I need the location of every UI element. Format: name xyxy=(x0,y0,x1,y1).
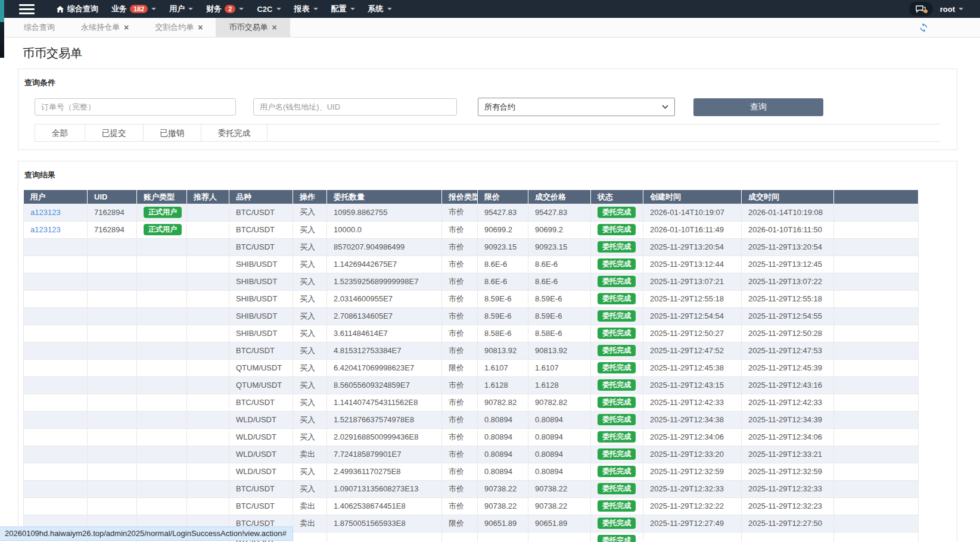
column-header-referrer: 推荐人 xyxy=(187,190,229,204)
status-filter-tab[interactable]: 全部 xyxy=(35,124,85,141)
cell-deal_price: 90738.22 xyxy=(528,480,591,497)
cell-quote_type: 市价 xyxy=(442,463,478,480)
table-row: BTC/USDT买入8570207.904986499市价90923.15909… xyxy=(24,238,919,256)
cell-limit_price: 1.6128 xyxy=(478,376,528,394)
cell-created_at: 2025-11-29T12:43:15 xyxy=(643,376,742,394)
status-badge: 委托完成 xyxy=(598,414,636,425)
table-row: SHIB/USDT买入1.5235925689999998E7市价8.6E-68… xyxy=(24,273,919,290)
column-header-user: 用户 xyxy=(24,190,88,204)
cell-limit_price: 90651.89 xyxy=(478,515,528,532)
contract-select[interactable]: 所有合约 xyxy=(478,98,675,116)
cell-limit_price: 8.58E-6 xyxy=(478,325,528,342)
cell-status: 委托完成 xyxy=(591,256,643,273)
search-button[interactable]: 查询 xyxy=(693,98,823,116)
cell-side: 买入 xyxy=(293,325,327,342)
cell-referrer xyxy=(187,290,229,307)
hamburger-menu-icon[interactable] xyxy=(19,4,35,14)
cell-status: 委托完成 xyxy=(591,307,643,325)
cell-created_at: 2025-11-29T13:12:44 xyxy=(643,256,742,273)
cell-status: 委托完成 xyxy=(591,394,643,411)
refresh-button[interactable] xyxy=(919,18,929,37)
cell-created_at: 2025-11-29T12:47:52 xyxy=(643,342,742,359)
nav-menu-item[interactable]: 业务 182 xyxy=(105,0,163,18)
filter-label: 已提交 xyxy=(102,129,126,138)
cell-blank xyxy=(834,325,919,342)
status-badge: 委托完成 xyxy=(598,448,636,460)
cell-pair: BTC/USDT xyxy=(229,497,293,515)
cell-blank xyxy=(834,411,919,428)
cell-quantity: 1.1414074754311562E8 xyxy=(327,394,442,411)
user-link[interactable]: a123123 xyxy=(30,225,61,234)
nav-menu-item[interactable]: 财务 2 xyxy=(200,0,250,18)
cell-user xyxy=(24,376,88,394)
status-filter-tab[interactable]: 已提交 xyxy=(85,124,144,141)
user-link[interactable]: a123123 xyxy=(30,208,61,217)
cell-blank xyxy=(834,342,919,359)
status-badge: 委托完成 xyxy=(598,535,636,542)
nav-menu-item[interactable]: 配置 xyxy=(325,0,362,18)
cell-limit_price: 0.80894 xyxy=(478,446,528,463)
cell-pair: BTC/USDT xyxy=(229,480,293,497)
page-tab[interactable]: 永续持仓单 × xyxy=(68,18,142,37)
cell-status: 委托完成 xyxy=(591,221,643,238)
table-row: WLD/USDT买入2.0291688500999436E8市价0.808940… xyxy=(24,428,919,446)
column-header-limit_price: 限价 xyxy=(478,190,528,204)
close-icon[interactable]: × xyxy=(198,23,203,32)
page-tab[interactable]: 交割合约单 × xyxy=(142,18,216,37)
cell-referrer xyxy=(187,376,229,394)
cell-account_type xyxy=(137,480,187,497)
page-tab[interactable]: 币币交易单 × xyxy=(216,18,290,37)
cell-deal_at: 2025-11-29T12:54:55 xyxy=(742,307,834,325)
cell-uid xyxy=(88,428,137,446)
cell-uid xyxy=(88,273,137,290)
cell-side: 买入 xyxy=(293,463,327,480)
chevron-down-icon xyxy=(188,8,193,10)
cell-referrer xyxy=(187,359,229,376)
cell-side: 卖出 xyxy=(293,446,327,463)
cell-uid xyxy=(88,325,137,342)
cell-user xyxy=(24,428,88,446)
nav-badge: 2 xyxy=(225,5,235,13)
cell-status: 委托完成 xyxy=(591,359,643,376)
cell-deal_price xyxy=(528,532,591,542)
username-input[interactable] xyxy=(253,98,457,116)
cell-account_type xyxy=(137,411,187,428)
cell-quantity: 10000.0 xyxy=(327,221,442,238)
nav-menu-item[interactable]: 用户 xyxy=(163,0,200,18)
page-tab[interactable]: 综合查询 xyxy=(11,18,68,37)
cell-account_type xyxy=(137,376,187,394)
order-number-input[interactable] xyxy=(35,98,236,116)
cell-pair: WLD/USDT xyxy=(229,446,293,463)
cell-side: 买入 xyxy=(293,480,327,497)
cell-status: 委托完成 xyxy=(591,290,643,307)
filter-label: 已撤销 xyxy=(160,129,185,138)
cell-side: 卖出 xyxy=(293,497,327,515)
cell-side: 买入 xyxy=(293,256,327,273)
cell-deal_price: 90651.89 xyxy=(528,515,591,532)
chevron-down-icon xyxy=(239,8,244,10)
cell-created_at: 2025-11-29T13:07:21 xyxy=(643,273,742,290)
nav-menu-item[interactable]: 系统 xyxy=(362,0,399,18)
cell-user xyxy=(24,290,88,307)
cell-user xyxy=(24,359,88,376)
nav-menu-item[interactable]: C2C xyxy=(250,0,287,18)
cell-side: 买入 xyxy=(293,428,327,446)
cell-account_type xyxy=(137,342,187,359)
status-filter-tab[interactable]: 委托完成 xyxy=(201,124,267,141)
cell-status: 委托完成 xyxy=(591,376,643,394)
nav-menu-item[interactable]: 综合查询 xyxy=(50,0,105,18)
cell-pair: BTC/USDT xyxy=(229,342,293,359)
cell-limit_price: 0.80894 xyxy=(478,411,528,428)
nav-menu-item[interactable]: 报表 xyxy=(288,0,325,18)
cell-referrer xyxy=(187,497,229,515)
cell-pair: SHIB/USDT xyxy=(229,290,293,307)
messages-button[interactable] xyxy=(909,2,933,16)
cell-status: 委托完成 xyxy=(591,480,643,497)
cell-quantity: 2.499361170275E8 xyxy=(327,463,442,480)
cell-created_at: 2025-11-29T12:54:54 xyxy=(643,307,742,325)
status-filter-tab[interactable]: 已撤销 xyxy=(144,124,202,141)
close-icon[interactable]: × xyxy=(124,23,129,32)
close-icon[interactable]: × xyxy=(272,23,276,32)
page-title: 币币交易单 xyxy=(23,45,980,61)
user-menu[interactable]: root xyxy=(940,5,963,14)
